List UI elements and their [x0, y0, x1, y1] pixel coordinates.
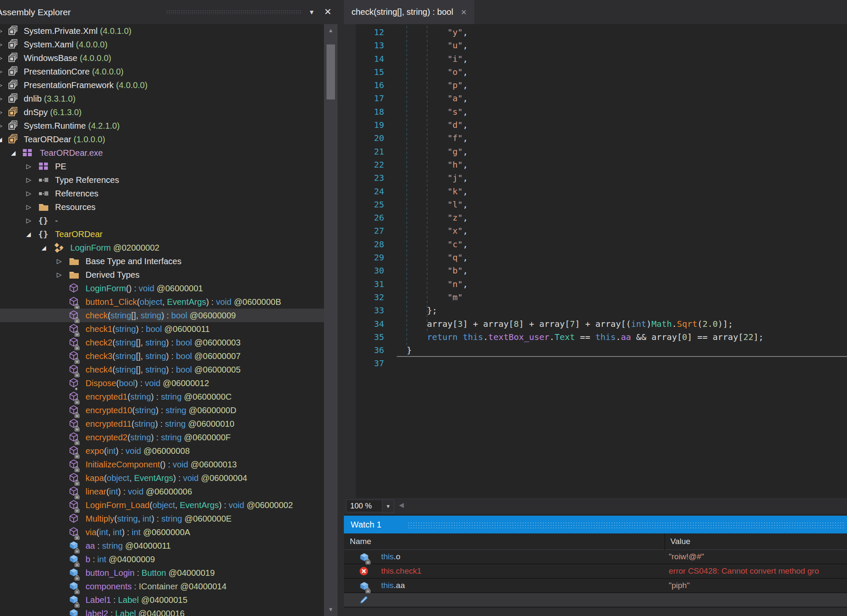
watch-row-this.o[interactable]: this.o"roiw!@#" — [344, 550, 847, 564]
tree-item-check1[interactable]: check1(string) : bool @06000011 — [0, 322, 324, 336]
collapse-arrow-icon[interactable]: ◢ — [42, 241, 46, 254]
tree-item-encrypted11[interactable]: encrypted11(string) : string @06000010 — [0, 417, 324, 431]
tree-item-check4[interactable]: check4(string[], string) : bool @0600000… — [0, 363, 324, 376]
tree-item-label: kapa(object, EventArgs) : void @06000004 — [86, 471, 247, 485]
watch-value-cell[interactable]: "roiw!@#" — [669, 550, 847, 564]
tree-item-encrypted2[interactable]: encrypted2(string) : string @0600000F — [0, 431, 324, 444]
tree-item-loginform[interactable]: ◢ LoginForm @02000002 — [0, 241, 324, 254]
assembly-tree[interactable]: ▷ System.Private.Xml (4.0.1.0)▷ System.X… — [0, 24, 324, 616]
watch-name-cell[interactable]: this.o — [381, 550, 400, 564]
tree-item-type-references[interactable]: ▷ Type References — [0, 173, 324, 187]
zoom-level-select[interactable]: 100 % — [346, 500, 384, 512]
tree-item-dnlib[interactable]: ▷ dnlib (3.3.1.0) — [0, 92, 324, 105]
hscroll-left-arrow-icon[interactable]: ◀ — [399, 501, 404, 509]
expand-arrow-icon[interactable]: ▷ — [0, 119, 3, 133]
expand-arrow-icon[interactable]: ▷ — [57, 268, 62, 282]
expand-arrow-icon[interactable]: ▷ — [0, 51, 3, 65]
tree-item-base-type-and-interfaces[interactable]: ▷ Base Type and Interfaces — [0, 254, 324, 268]
code-line-17: 17 "a", — [344, 92, 764, 105]
tree-item-expo[interactable]: expo(int) : void @06000008 — [0, 444, 324, 458]
expand-arrow-icon[interactable]: ▷ — [26, 173, 31, 187]
watch-name-cell[interactable]: this.aa — [381, 579, 405, 592]
scrollbar-thumb[interactable] — [327, 44, 335, 99]
tree-item-dispose[interactable]: ✶Dispose(bool) : void @06000012 — [0, 376, 324, 390]
tree-item-system-xaml[interactable]: ▷ System.Xaml (4.0.0.0) — [0, 38, 324, 51]
expand-arrow-icon[interactable]: ▷ — [26, 200, 31, 214]
close-icon[interactable]: ✕ — [321, 0, 335, 24]
expand-arrow-icon[interactable]: ▷ — [0, 38, 3, 51]
tree-item-multiply[interactable]: Multiply(string, int) : string @0600000E — [0, 512, 324, 525]
tree-item-label2[interactable]: label2 : Label @04000016 — [0, 607, 324, 616]
tree-scrollbar[interactable]: ▲ ▼ — [324, 24, 338, 616]
watch-row-this.check1[interactable]: this.check1error CS0428: Cannot convert … — [344, 564, 847, 579]
tree-item-via[interactable]: via(int, int) : int @0600000A — [0, 525, 324, 539]
scroll-up-icon[interactable]: ▲ — [324, 25, 338, 36]
watch-column-name[interactable]: Name — [350, 533, 371, 550]
tree-item-b[interactable]: b : int @04000009 — [0, 552, 324, 566]
tree-item-derived-types[interactable]: ▷ Derived Types — [0, 268, 324, 282]
watch-name-cell[interactable]: this.check1 — [381, 564, 421, 578]
assembly-gray-icon — [8, 80, 19, 91]
tree-item-tearordear[interactable]: ◢ TearORDear (1.0.0.0) — [0, 133, 324, 146]
tree-item-check3[interactable]: check3(string[], string) : bool @0600000… — [0, 349, 324, 363]
tree-item-resources[interactable]: ▷ Resources — [0, 200, 324, 214]
tree-item-components[interactable]: components : IContainer @04000014 — [0, 580, 324, 593]
tree-item-aa[interactable]: aa : string @04000011 — [0, 539, 324, 552]
tree-item-kapa[interactable]: kapa(object, EventArgs) : void @06000004 — [0, 471, 324, 485]
collapse-arrow-icon[interactable]: ◢ — [11, 146, 16, 160]
watch-row-new[interactable] — [344, 593, 847, 608]
tab-close-icon[interactable]: ✕ — [461, 0, 467, 25]
tree-item-label: via(int, int) : int @0600000A — [86, 525, 190, 539]
tree-item-encrypted1[interactable]: encrypted1(string) : string @0600000C — [0, 390, 324, 403]
expand-arrow-icon[interactable]: ▷ — [0, 105, 3, 119]
expand-arrow-icon[interactable]: ▷ — [0, 78, 3, 92]
watch-value-cell[interactable]: "piph" — [669, 579, 847, 592]
expand-arrow-icon[interactable]: ▷ — [26, 187, 31, 200]
tree-item-windowsbase[interactable]: ▷ WindowsBase (4.0.0.0) — [0, 51, 324, 65]
tree-item-tearordear[interactable]: ◢{}TearORDear — [0, 227, 324, 241]
tree-item-initializecomponent[interactable]: InitializeComponent() : void @06000013 — [0, 458, 324, 471]
watch-row-this.aa[interactable]: this.aa"piph" — [344, 579, 847, 593]
tree-item-loginform-load[interactable]: LoginForm_Load(object, EventArgs) : void… — [0, 498, 324, 512]
panel-splitter[interactable] — [338, 24, 344, 616]
tab-check-method[interactable]: check(string[], string) : bool✕ — [344, 0, 474, 24]
tree-item-tearordear-exe[interactable]: ◢ TearORDear.exe — [0, 146, 324, 160]
expand-arrow-icon[interactable]: ▷ — [0, 65, 3, 78]
lock-overlay-icon — [74, 329, 80, 335]
tree-item-button1-click[interactable]: button1_Click(object, EventArgs) : void … — [0, 295, 324, 309]
watch-column-value[interactable]: Value — [670, 533, 690, 550]
watch-value-cell[interactable]: error CS0428: Cannot convert method gro — [669, 564, 847, 578]
scroll-down-icon[interactable]: ▼ — [324, 604, 338, 615]
tree-item-references[interactable]: ▷ References — [0, 187, 324, 200]
tree-item-encrypted10[interactable]: encrypted10(string) : string @0600000D — [0, 403, 324, 417]
tree-item-loginform[interactable]: LoginForm() : void @06000001 — [0, 282, 324, 295]
collapse-arrow-icon[interactable]: ◢ — [0, 133, 2, 146]
tree-item-linear[interactable]: linear(int) : void @06000006 — [0, 485, 324, 498]
expand-arrow-icon[interactable]: ▷ — [57, 254, 62, 268]
tree-item-presentationcore[interactable]: ▷ PresentationCore (4.0.0.0) — [0, 65, 324, 78]
tree-item-label: check1(string) : bool @06000011 — [86, 322, 210, 336]
expand-arrow-icon[interactable]: ▷ — [0, 24, 3, 38]
watch-titlebar[interactable]: Watch 1 — [344, 516, 847, 533]
expand-arrow-icon[interactable]: ▷ — [26, 160, 31, 173]
collapse-arrow-icon[interactable]: ◢ — [26, 227, 31, 241]
chevron-down-icon[interactable]: ▼ — [306, 0, 318, 24]
tree-item-label: LoginForm_Load(object, EventArgs) : void… — [86, 498, 293, 512]
assembly-gray-icon — [8, 25, 19, 36]
tree-item-button-login[interactable]: button_Login : Button @04000019 — [0, 566, 324, 580]
tree-item-presentationframework[interactable]: ▷ PresentationFramework (4.0.0.0) — [0, 78, 324, 92]
tree-item-label1[interactable]: Label1 : Label @04000015 — [0, 593, 324, 607]
tree-item-system-runtime[interactable]: ▷ System.Runtime (4.2.1.0) — [0, 119, 324, 133]
tree-item-dnspy[interactable]: ▷ dnSpy (6.1.3.0) — [0, 105, 324, 119]
expand-arrow-icon[interactable]: ▷ — [26, 214, 31, 227]
tree-item-check[interactable]: check(string[], string) : bool @06000009 — [0, 309, 324, 322]
code-editor[interactable]: 12 "y",13 "u",14 "i",15 "o",16 "p",17 "a… — [344, 24, 847, 498]
zoom-dropdown-icon[interactable]: ▼ — [382, 500, 394, 513]
tree-item-system-private-xml[interactable]: ▷ System.Private.Xml (4.0.1.0) — [0, 24, 324, 38]
tree-item-pe[interactable]: ▷ PE — [0, 160, 324, 173]
line-number: 13 — [344, 39, 384, 52]
tree-item--[interactable]: ▷{}- — [0, 214, 324, 227]
lock-overlay-icon — [74, 532, 80, 538]
tree-item-check2[interactable]: check2(string[], string) : bool @0600000… — [0, 336, 324, 349]
expand-arrow-icon[interactable]: ▷ — [0, 92, 3, 105]
